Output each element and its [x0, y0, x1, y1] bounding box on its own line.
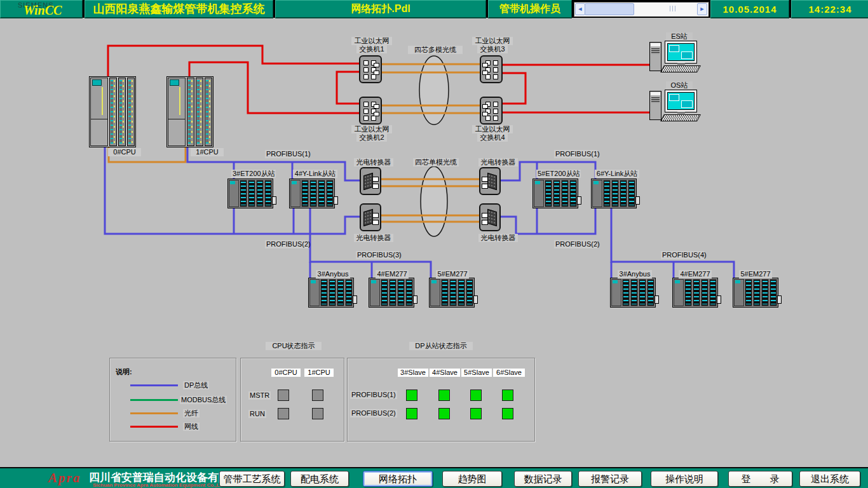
port-led: [493, 67, 498, 72]
io-module: [329, 279, 336, 306]
ethernet-switch-3: [480, 55, 503, 83]
monitor-stand: [677, 112, 685, 114]
dp-status-panel-title: DP从站状态指示: [409, 342, 473, 350]
port-led: [363, 60, 369, 65]
switch1-label-line1: 工业以太网: [351, 37, 392, 45]
io-module: [381, 279, 388, 306]
singlemode-fiber-label: 四芯单模光缆: [413, 158, 459, 166]
anybus-right-label: 3#Anybus: [618, 270, 652, 278]
nav-button-operation-manual[interactable]: 操作说明: [651, 471, 718, 487]
interface-module: [534, 180, 544, 207]
mstr-indicator-cpu1: [312, 390, 323, 401]
io-module: [545, 180, 552, 207]
port-led: [374, 104, 379, 109]
legend-line-net-cable: [130, 426, 178, 428]
monitor-stand: [677, 63, 685, 65]
fiber-bundle-ellipses: [419, 56, 449, 236]
run-indicator-cpu1: [312, 408, 323, 419]
nav-button-data-records[interactable]: 数据记录: [514, 471, 572, 487]
port-led: [485, 116, 491, 121]
io-module: [301, 180, 309, 207]
io-module: [205, 78, 212, 146]
db-connector-icon: [487, 209, 497, 226]
plc-rack-cpu0: [89, 76, 136, 147]
cpu-status-panel-title: CPU状态指示: [266, 342, 322, 350]
port-led: [482, 112, 488, 116]
io-module: [248, 180, 255, 207]
scroll-right-arrow-icon[interactable]: ►: [697, 3, 707, 15]
scrollbar-grip-icon: [670, 6, 677, 11]
io-module: [603, 180, 611, 207]
port-led: [372, 184, 379, 189]
screen-window: [681, 51, 693, 59]
fiber-ports: [374, 104, 379, 116]
plc-rack-cpu1: [166, 76, 214, 147]
interface-module: [229, 180, 239, 207]
date-display: 10.05.2014: [710, 0, 789, 18]
slave3-label: 3#ET200从站: [231, 170, 276, 178]
nav-button-power-distribution[interactable]: 配电系统: [290, 471, 349, 487]
scrollbar-thumb[interactable]: [585, 3, 634, 15]
port-led: [363, 116, 369, 121]
es-workstation: [649, 41, 699, 72]
legend-line-modbus: [130, 399, 178, 401]
io-module: [569, 180, 577, 207]
nav-button-exit-system[interactable]: 退出系统: [799, 471, 860, 487]
company-name-en: Sichuan Province Apra Automation Equipme…: [93, 482, 224, 488]
em277-rack-5-left: [429, 278, 475, 308]
io-module: [449, 279, 457, 306]
cpu-module: [109, 78, 117, 146]
legend-title: 说明:: [114, 368, 133, 376]
profibus3-label: PROFIBUS(3): [356, 251, 399, 259]
converter-label-left-bottom: 光电转换器: [354, 234, 393, 242]
nav-button-process-system[interactable]: 管带工艺系统: [219, 471, 285, 487]
port-led: [363, 102, 369, 107]
io-module: [127, 78, 135, 146]
switch1-label-line2: 交换机1: [356, 45, 387, 53]
profibus2-left-label: PROFIBUS(2): [265, 240, 308, 248]
interface-module: [592, 180, 602, 207]
nav-button-alarm-records[interactable]: 报警记录: [578, 471, 642, 487]
db-connector-icon: [487, 173, 497, 190]
io-module: [761, 279, 769, 306]
slave6-label: 6#Y-Link从站: [595, 170, 639, 178]
ylink-rack-6: [591, 179, 637, 208]
io-module: [753, 279, 761, 306]
run-indicator-cpu0: [278, 408, 289, 419]
em277-rack-5-right: [733, 278, 778, 308]
io-module: [397, 279, 405, 306]
power-supply-module: [168, 78, 186, 146]
switch2-label-line1: 工业以太网: [351, 125, 392, 133]
cpu-status-row-mstr: MSTR: [248, 391, 271, 400]
db-connector-icon: [363, 173, 373, 190]
io-module: [441, 279, 449, 306]
nav-button-trend-chart[interactable]: 趋势图: [442, 471, 502, 487]
io-module: [405, 279, 413, 306]
fiber-ports: [372, 213, 379, 225]
interface-module: [734, 279, 744, 306]
io-module: [196, 78, 203, 146]
profibus2-right-label: PROFIBUS(2): [554, 240, 597, 248]
pc-tower: [649, 91, 661, 120]
power-supply-module: [90, 78, 108, 146]
interface-module: [290, 180, 301, 207]
io-module: [770, 279, 777, 306]
port-led: [363, 67, 369, 72]
io-module: [320, 279, 328, 306]
legend-line-dp-bus: [130, 384, 178, 386]
dp-col-5slave: 5#Slave: [461, 369, 492, 377]
port-led: [374, 71, 379, 75]
fiber-ports: [482, 213, 488, 225]
legend-label-net-cable: 网线: [183, 423, 200, 431]
nav-button-network-topology[interactable]: 网络拓扑: [363, 471, 433, 487]
anybus-rack-left: [308, 278, 354, 308]
ylink-rack-4: [289, 179, 335, 208]
port-led: [485, 74, 491, 79]
ethernet-switch-1: [359, 55, 382, 83]
system-title: 山西阳泉燕鑫输煤管带机集控系统: [85, 0, 273, 18]
scroll-left-arrow-icon[interactable]: ◄: [575, 3, 585, 15]
header-scrollbar[interactable]: ◄ ►: [574, 2, 709, 17]
nav-button-login[interactable]: 登 录: [728, 471, 792, 487]
io-module: [620, 180, 627, 207]
operator-name: 管带机操作员: [488, 0, 572, 18]
